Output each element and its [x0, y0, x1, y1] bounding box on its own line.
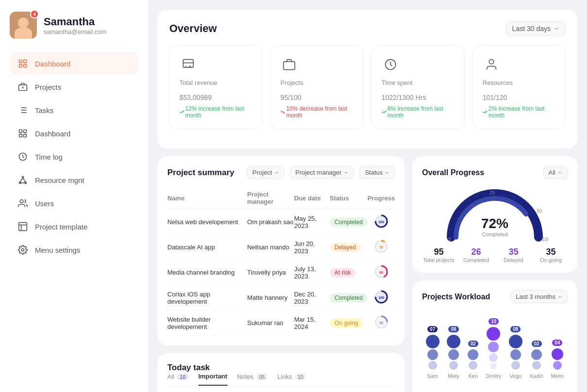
workload-column: 02 Kadin [530, 341, 543, 379]
workload-name: Kadin [530, 373, 543, 379]
tab-all[interactable]: All 10 [167, 373, 189, 386]
cell-status: Completed [330, 285, 368, 310]
cell-name: Nelsa web developement [167, 210, 247, 235]
workload-circles [426, 335, 440, 370]
page-title: Overview [169, 22, 217, 35]
date-filter-button[interactable]: Last 30 days [506, 21, 566, 36]
sidebar-label: Dashboard [35, 60, 70, 68]
workload-circle [427, 349, 438, 360]
progress-filter-label: All [549, 169, 555, 176]
workload-circle [447, 335, 460, 348]
links-count: 10 [294, 374, 306, 380]
workload-filter-button[interactable]: Last 3 months [510, 290, 568, 303]
table-row: Website builder developement Sukumar rao… [167, 310, 395, 336]
workload-circle [449, 361, 458, 370]
sidebar-label: Users [35, 199, 54, 208]
cell-manager: Tiruvelly priya [247, 260, 294, 285]
sidebar-label: Project template [35, 223, 87, 231]
progress-filter-button[interactable]: All [543, 166, 568, 179]
stat-change: 8% increase from last month [382, 105, 455, 119]
manager-filter-label: Project manager [295, 169, 342, 176]
cell-status: On going [330, 310, 368, 336]
avatar-wrap: 4 [10, 12, 37, 39]
stat-change: 2% increase from last month [483, 105, 555, 119]
workload-chart: 07 Sam 08 Mely 02 Ken 10 Dmitry 08 Vego … [422, 311, 568, 379]
date-filter-label: Last 30 days [512, 25, 551, 33]
manager-filter-button[interactable]: Project manager [290, 166, 354, 179]
all-count: 10 [177, 374, 188, 380]
tab-notes[interactable]: Notes 05 [237, 373, 268, 386]
sidebar-item-timelog[interactable]: Time log [10, 146, 138, 168]
chevron-down-icon [557, 294, 562, 299]
sidebar-item-users[interactable]: Users [10, 192, 138, 214]
stat-card-projects: Projects 95/100 10% decrease from last m… [270, 46, 363, 129]
change-text: 8% increase from last month [388, 105, 455, 119]
ps-value: 35 [534, 247, 568, 257]
workload-name: Mely [448, 373, 459, 379]
workload-column: 08 Mely [447, 326, 460, 379]
gauge-percentage: 72% [481, 216, 508, 231]
workload-circles [552, 348, 563, 370]
workload-circle [490, 363, 497, 370]
cell-manager: Matte hannery [247, 285, 294, 310]
status-filter-label: Status [365, 169, 383, 176]
workload-badge: 04 [552, 340, 562, 346]
sidebar-label: Projects [35, 83, 61, 91]
workload-column: 04 Melm [551, 340, 564, 379]
timelog-icon [17, 151, 28, 162]
cell-due: Dec 20, 2023 [294, 285, 329, 310]
workload-circle [510, 349, 521, 360]
trend-down-icon [280, 110, 285, 114]
cell-name: Corlax iOS app developement [167, 285, 247, 310]
project-filter-label: Project [252, 169, 272, 176]
template-icon [17, 221, 28, 232]
notification-badge: 4 [30, 10, 39, 18]
stat-change: 10% decrease from last month [280, 105, 353, 119]
cell-progress: 68 [368, 260, 395, 285]
stat-card-resources: Resources 101/120 2% increase from last … [473, 46, 566, 129]
sidebar-label: Resource mgnt [35, 176, 84, 184]
sidebar-item-menusettings[interactable]: Menu settings [10, 239, 138, 261]
sidebar-item-dashboard2[interactable]: Dashboard [10, 122, 138, 145]
progress-title: Overall Progress [422, 168, 484, 177]
ps-delayed: 35 Delayed [497, 247, 530, 263]
tab-links[interactable]: Links 10 [277, 373, 307, 386]
cell-name: Datascale AI app [167, 235, 247, 260]
sidebar-label: Dashboard [35, 130, 70, 138]
sidebar-item-projects[interactable]: Projects [10, 76, 138, 98]
sidebar-item-resourcemgnt[interactable]: Resource mgnt [10, 169, 138, 191]
col-manager: Project manager [247, 187, 294, 210]
tab-important[interactable]: Important [198, 373, 228, 386]
workload-circle [553, 361, 562, 370]
workload-badge: 08 [510, 326, 521, 332]
cell-due: Mar 15, 2024 [294, 310, 329, 336]
svg-text:100: 100 [378, 220, 384, 224]
status-filter-button[interactable]: Status [359, 166, 395, 179]
sidebar-label: Time log [35, 153, 63, 161]
workload-circles [509, 335, 522, 370]
stat-label: Projects [280, 79, 353, 86]
workload-badge: 07 [427, 326, 438, 332]
stat-value: 101/120 [483, 88, 555, 103]
svg-rect-13 [19, 134, 22, 137]
workload-header: Projects Workload Last 3 months [422, 290, 568, 303]
project-filter-button[interactable]: Project [247, 166, 284, 179]
gauge-label: Completed [481, 231, 508, 237]
bottom-row: Project summary Project Project manager … [158, 156, 577, 392]
ps-value: 35 [497, 247, 530, 257]
sidebar-item-projecttemplate[interactable]: Project template [10, 215, 138, 238]
svg-line-20 [23, 178, 26, 182]
ps-total: 95 Total projects [422, 247, 456, 263]
ps-completed: 26 Completed [459, 247, 493, 263]
progress-stats: 95 Total projects 26 Completed 35 Delaye… [422, 247, 568, 263]
cell-due: July 13, 2023 [294, 260, 329, 285]
workload-circle [489, 353, 498, 362]
stats-row: Total revenue $53,00989 12% increase fro… [169, 46, 566, 129]
sidebar-item-tasks[interactable]: Tasks [10, 99, 138, 121]
stat-change: 12% increase from last month [179, 105, 252, 119]
sidebar-item-dashboard[interactable]: Dashboard [10, 52, 138, 75]
cell-status: Delayed [330, 235, 368, 260]
overall-progress-card: Overall Progress All // ticks rendered v… [412, 156, 577, 273]
ps-label: Delayed [497, 257, 530, 263]
workload-circle [468, 349, 478, 360]
